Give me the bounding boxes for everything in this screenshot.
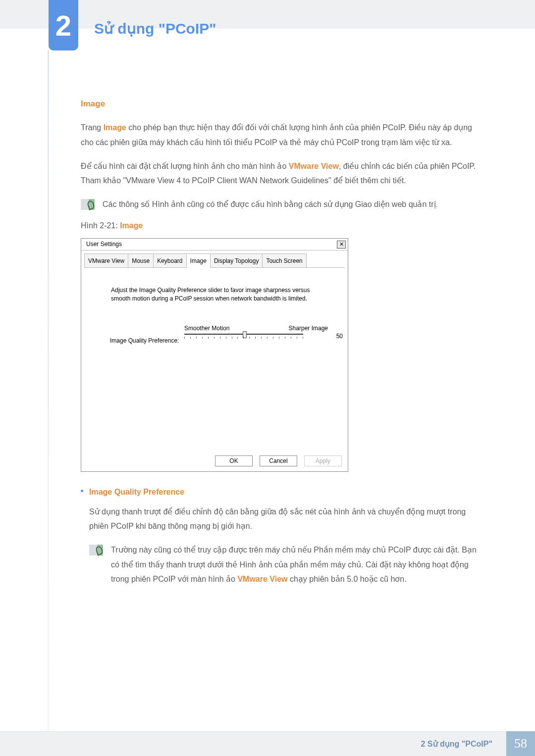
button-row: OK Cancel Apply (81, 452, 348, 471)
highlight-vmware: VMware View (237, 575, 287, 583)
tab-keyboard[interactable]: Keyboard (153, 253, 186, 268)
sub-title: Image Quality Preference (89, 485, 487, 500)
close-button[interactable]: ✕ (337, 241, 346, 249)
slider-right-label: Sharper Image (289, 323, 328, 334)
note-icon (89, 545, 103, 555)
text: Để cấu hình cài đặt chất lượng hình ảnh … (81, 162, 289, 170)
content-area: Image Trang Image cho phép bạn thực hiện… (81, 96, 487, 593)
tab-touch-screen[interactable]: Touch Screen (262, 253, 306, 268)
description-text: Adjust the Image Quality Preference slid… (111, 286, 319, 303)
highlight-image: Image (120, 221, 143, 230)
close-icon: ✕ (339, 242, 344, 247)
cancel-button[interactable]: Cancel (260, 455, 297, 466)
tab-display-topology[interactable]: Display Topology (210, 253, 263, 268)
highlight-vmware: VMware View (289, 162, 339, 170)
tab-content: Adjust the Image Quality Preference slid… (81, 268, 348, 452)
page-number: 58 (506, 731, 535, 756)
text: Hình 2-21: (81, 221, 120, 230)
text: chạy phiên bản 5.0 hoặc cũ hơn. (288, 575, 407, 583)
decorative-rule (48, 50, 49, 731)
slider-left-label: Smoother Motion (184, 323, 229, 334)
window-title: User Settings (86, 239, 122, 250)
bullet-item: Image Quality Preference Sử dụng thanh t… (81, 485, 487, 587)
tab-border (84, 267, 345, 268)
paragraph: Sử dụng thanh trượt để điều chỉnh độ cân… (89, 504, 487, 534)
note: Trường này cũng có thể truy cập được trê… (89, 543, 487, 587)
tab-vmware-view[interactable]: VMware View (84, 253, 128, 268)
text: cho phép bạn thực hiện thay đổi đối với … (81, 123, 472, 147)
footer: 2 Sử dụng "PCoIP" 58 (0, 731, 535, 756)
bullet-icon (81, 490, 83, 492)
titlebar: User Settings ✕ (81, 239, 348, 251)
paragraph: Trang Image cho phép bạn thực hiện thay … (81, 120, 487, 150)
footer-chapter-ref: 2 Sử dụng "PCoIP" (421, 731, 499, 756)
user-settings-window: User Settings ✕ VMware ViewMouseKeyboard… (81, 238, 348, 472)
bullet-content: Image Quality Preference Sử dụng thanh t… (89, 485, 487, 587)
paragraph: Để cấu hình cài đặt chất lượng hình ảnh … (81, 159, 487, 188)
highlight-image: Image (104, 123, 126, 132)
chapter-title: Sử dụng "PCoIP" (94, 20, 216, 37)
tab-bar: VMware ViewMouseKeyboardImageDisplay Top… (81, 251, 348, 268)
note-text: Trường này cũng có thể truy cập được trê… (111, 543, 487, 587)
slider-value: 50 (336, 331, 343, 342)
tab-image[interactable]: Image (186, 253, 211, 268)
header-bar (0, 0, 535, 29)
note: Các thông số Hình ảnh cũng có thể được c… (81, 197, 487, 212)
slider-area: Smoother Motion Sharper Image 50 (184, 331, 334, 351)
figure-caption: Hình 2-21: Image (81, 218, 487, 233)
slider-label: Image Quality Preference: (110, 335, 184, 346)
slider-ticks (184, 337, 303, 339)
slider-row: Image Quality Preference: Smoother Motio… (110, 331, 334, 351)
note-icon (81, 199, 95, 210)
text: Trang (81, 123, 104, 132)
tab-mouse[interactable]: Mouse (128, 253, 154, 268)
note-text: Các thông số Hình ảnh cũng có thể được c… (103, 197, 438, 212)
ok-button[interactable]: OK (215, 455, 253, 466)
apply-button[interactable]: Apply (304, 455, 342, 466)
section-title: Image (81, 96, 487, 111)
chapter-number-badge: 2 (49, 0, 78, 50)
